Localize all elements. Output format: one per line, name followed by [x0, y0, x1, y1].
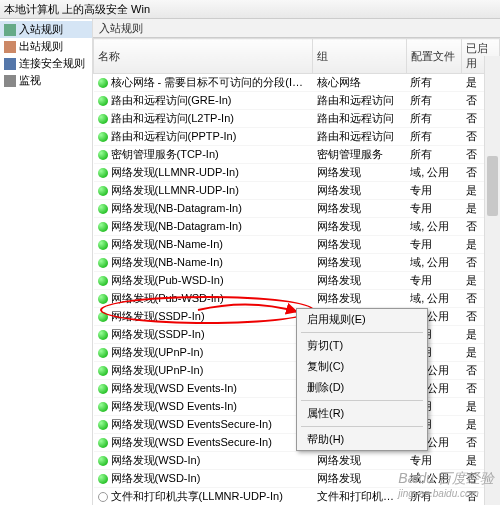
rule-name: 网络发现(SSDP-In): [111, 310, 205, 322]
rule-profile: 专用: [406, 272, 461, 290]
table-row[interactable]: 网络发现(WSD-In)网络发现专用是: [94, 452, 500, 470]
col-name[interactable]: 名称: [94, 39, 313, 74]
rule-group: 网络发现: [313, 164, 406, 182]
rule-name: 路由和远程访问(L2TP-In): [111, 112, 234, 124]
rule-name: 网络发现(LLMNR-UDP-In): [111, 184, 239, 196]
sidebar: 入站规则出站规则连接安全规则监视: [0, 19, 93, 505]
table-row[interactable]: 网络发现(Pub-WSD-In)网络发现域, 公用否: [94, 290, 500, 308]
rule-profile: 专用: [406, 182, 461, 200]
table-row[interactable]: 网络发现(LLMNR-UDP-In)网络发现专用是: [94, 182, 500, 200]
table-row[interactable]: 网络发现(NB-Datagram-In)网络发现域, 公用否: [94, 218, 500, 236]
menu-help[interactable]: 帮助(H): [297, 429, 427, 450]
rule-icon: [4, 58, 16, 70]
enabled-icon: [98, 204, 108, 214]
rule-group: 网络发现: [313, 218, 406, 236]
sidebar-label: 连接安全规则: [19, 56, 85, 71]
rule-name: 网络发现(WSD EventsSecure-In): [111, 436, 272, 448]
enabled-icon: [98, 78, 108, 88]
menu-enable-rule[interactable]: 启用规则(E): [297, 309, 427, 330]
table-row[interactable]: 网络发现(LLMNR-UDP-In)网络发现域, 公用否: [94, 164, 500, 182]
menu-separator: [301, 426, 423, 427]
sidebar-label: 入站规则: [19, 22, 63, 37]
rule-profile: 域, 公用: [406, 218, 461, 236]
rule-group: 路由和远程访问: [313, 128, 406, 146]
col-group[interactable]: 组: [313, 39, 406, 74]
col-profile[interactable]: 配置文件: [406, 39, 461, 74]
enabled-icon: [98, 258, 108, 268]
rule-profile: 专用: [406, 452, 461, 470]
enabled-icon: [98, 366, 108, 376]
watermark: Baidu 百度经验jingyan.baidu.com: [398, 470, 494, 499]
menu-copy[interactable]: 复制(C): [297, 356, 427, 377]
rule-profile: 专用: [406, 236, 461, 254]
table-row[interactable]: 核心网络 - 需要目标不可访问的分段(ICMPv4-In)核心网络所有是: [94, 74, 500, 92]
rule-profile: 域, 公用: [406, 254, 461, 272]
rule-name: 核心网络 - 需要目标不可访问的分段(ICMPv4-In): [111, 76, 313, 88]
context-menu[interactable]: 启用规则(E)剪切(T)复制(C)删除(D)属性(R)帮助(H): [296, 308, 428, 451]
window-title: 本地计算机 上的高级安全 Win: [0, 0, 500, 19]
vertical-scrollbar[interactable]: [484, 56, 500, 505]
rule-name: 网络发现(NB-Name-In): [111, 256, 223, 268]
rule-group: 网络发现: [313, 254, 406, 272]
table-row[interactable]: 密钥管理服务(TCP-In)密钥管理服务所有否: [94, 146, 500, 164]
rule-name: 网络发现(Pub-WSD-In): [111, 292, 224, 304]
enabled-icon: [98, 420, 108, 430]
rule-group: 网络发现: [313, 272, 406, 290]
rule-profile: 域, 公用: [406, 164, 461, 182]
rule-name: 网络发现(Pub-WSD-In): [111, 274, 224, 286]
rule-group: 密钥管理服务: [313, 146, 406, 164]
rule-group: 文件和打印机共享: [313, 488, 406, 506]
rule-name: 网络发现(LLMNR-UDP-In): [111, 166, 239, 178]
enabled-icon: [98, 276, 108, 286]
rule-profile: 所有: [406, 128, 461, 146]
rule-name: 网络发现(WSD-In): [111, 454, 201, 466]
rule-group: 路由和远程访问: [313, 110, 406, 128]
table-row[interactable]: 路由和远程访问(PPTP-In)路由和远程访问所有否: [94, 128, 500, 146]
enabled-icon: [98, 240, 108, 250]
table-row[interactable]: 路由和远程访问(L2TP-In)路由和远程访问所有否: [94, 110, 500, 128]
rule-group: 路由和远程访问: [313, 92, 406, 110]
in-icon: [4, 24, 16, 36]
rule-name: 路由和远程访问(GRE-In): [111, 94, 232, 106]
enabled-icon: [98, 294, 108, 304]
enabled-icon: [98, 186, 108, 196]
rule-group: 网络发现: [313, 290, 406, 308]
rule-name: 网络发现(UPnP-In): [111, 364, 204, 376]
sidebar-item-out[interactable]: 出站规则: [0, 38, 92, 55]
enabled-icon: [98, 330, 108, 340]
rule-name: 网络发现(NB-Datagram-In): [111, 202, 242, 214]
enabled-icon: [98, 114, 108, 124]
enabled-icon: [98, 312, 108, 322]
table-row[interactable]: 网络发现(NB-Name-In)网络发现域, 公用否: [94, 254, 500, 272]
rule-group: 网络发现: [313, 182, 406, 200]
rule-profile: 所有: [406, 74, 461, 92]
scrollbar-thumb[interactable]: [487, 156, 498, 216]
rule-name: 路由和远程访问(PPTP-In): [111, 130, 237, 142]
sidebar-item-rule[interactable]: 连接安全规则: [0, 55, 92, 72]
rule-group: 网络发现: [313, 236, 406, 254]
sidebar-item-mon[interactable]: 监视: [0, 72, 92, 89]
out-icon: [4, 41, 16, 53]
rule-name: 网络发现(WSD EventsSecure-In): [111, 418, 272, 430]
menu-separator: [301, 400, 423, 401]
rule-group: 核心网络: [313, 74, 406, 92]
rule-profile: 所有: [406, 92, 461, 110]
rule-name: 网络发现(WSD Events-In): [111, 400, 238, 412]
sidebar-item-in[interactable]: 入站规则: [0, 21, 92, 38]
rule-name: 文件和打印机共享(LLMNR-UDP-In): [111, 490, 283, 502]
menu-delete[interactable]: 删除(D): [297, 377, 427, 398]
rule-name: 网络发现(NB-Datagram-In): [111, 220, 242, 232]
menu-properties[interactable]: 属性(R): [297, 403, 427, 424]
menu-cut[interactable]: 剪切(T): [297, 335, 427, 356]
table-row[interactable]: 路由和远程访问(GRE-In)路由和远程访问所有否: [94, 92, 500, 110]
enabled-icon: [98, 96, 108, 106]
tab-header: 入站规则: [93, 19, 500, 38]
enabled-icon: [98, 456, 108, 466]
rule-name: 网络发现(WSD-In): [111, 472, 201, 484]
table-row[interactable]: 网络发现(NB-Datagram-In)网络发现专用是: [94, 200, 500, 218]
table-row[interactable]: 网络发现(NB-Name-In)网络发现专用是: [94, 236, 500, 254]
rule-name: 密钥管理服务(TCP-In): [111, 148, 219, 160]
table-row[interactable]: 网络发现(Pub-WSD-In)网络发现专用是: [94, 272, 500, 290]
disabled-icon: [98, 492, 108, 502]
sidebar-label: 出站规则: [19, 39, 63, 54]
